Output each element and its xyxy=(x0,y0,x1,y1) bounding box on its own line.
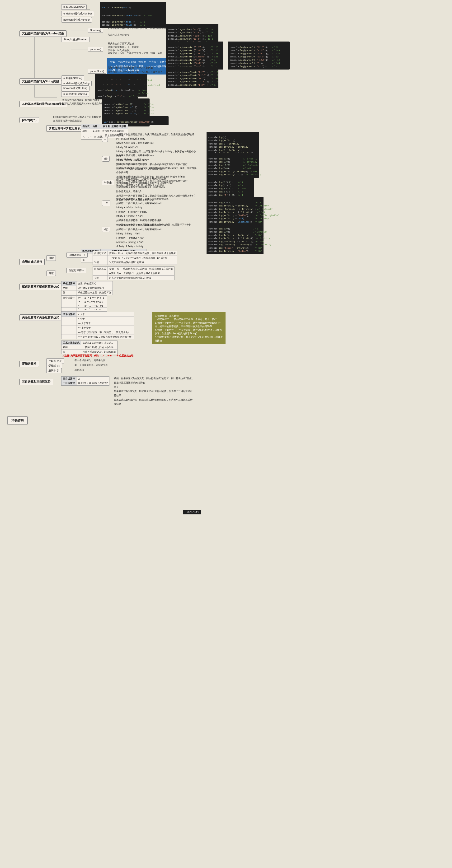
ternary-desc: 功能：如果表达式1的值为真，则执行表达式2的运算，则计算表达式2的值，直接计算三… xyxy=(114,376,195,406)
sub-op: -减 xyxy=(102,227,110,232)
div-op: /除 xyxy=(102,156,110,162)
logical-or-desc: 有一个操作值为真，则结果为真 xyxy=(73,363,109,367)
boolean-to-number: boolean转化成Number xyxy=(61,17,92,23)
relational-expr-table: 关系运算表达式 表达式1 关系运算符 表达式1 功能 比较两个数据之间的大小关系… xyxy=(61,341,118,354)
autodecrement-table: 自减运算式 变量--; 后--，先取得当前表达式的值，然后表示量-1之后的值 -… xyxy=(93,267,175,280)
parsefloat-fn: parseFloat() xyxy=(88,69,106,73)
boolean-convert-main: 其他基本类型转换为Boolean类型 xyxy=(20,101,67,107)
prompt-main: prompt("") xyxy=(20,117,39,123)
relational-ops-table: 关系运算符 > 大于 < 小于 >= 大于等于 <= 小于等于 == 等于 (只… xyxy=(61,312,134,339)
assignment-table: 赋值运算符 变量: 赋值运算式 功能 进行对应变量的赋值操作 值 赋值运算结束之… xyxy=(61,281,113,295)
parseint-fn: parseInt() xyxy=(88,47,103,52)
bool-desc2: 以下边六种情况转为boolean结果为false xyxy=(61,101,105,106)
assignment-main: 赋值运算符和赋值运算表达式 xyxy=(20,284,62,290)
relational-note: a. 都是数值，正常比较b. 都是字符串，比较的是字符串中每一个字母，然后比较行… xyxy=(152,312,225,344)
add-desc-block: 如果运算操作数都是数值，则执行常规的加法运算 如果有一个操作数是NaN，则结果返… xyxy=(116,197,197,227)
neg-infinity-label: -Infinity xyxy=(183,510,201,515)
ternary-table: 三目运算符 ?: 三目运算式 表达式1 ? 表达式2 : 表达式2 xyxy=(61,376,110,385)
parseint-desc3: 转换规则：从第一个非空白字符（空格、制表、tab）开始转换，直到遇到一个非数字字… xyxy=(107,51,159,55)
number-to-string: number转化成String xyxy=(61,91,89,97)
autoincrement-table: 自增运算式 变量++; 后++，先取得当前表达式的值，然后表示量+1之后的值 +… xyxy=(93,251,177,265)
null-to-string: null转化成String xyxy=(61,75,84,81)
logical-main: 逻辑运算符 xyxy=(20,361,39,367)
logical-and-desc: 有一个操作值为，则结果为假 xyxy=(73,358,107,363)
boolean-to-string: boolean转化成String xyxy=(61,86,90,91)
relational-main: 关系运算符和关系运算表达式 xyxy=(20,314,62,321)
parsefloat-desc1: 传递特殊类型（一般是整字符串）转换失败 xyxy=(107,65,154,70)
relational-warning: ⚠注意: 关系运算符不能连写，例如：1 < 1 mm ==> 9 位置变成连结 xyxy=(61,353,134,358)
autodec-main: 自增自减运算符 xyxy=(20,259,44,265)
root-node: JS操作符 xyxy=(7,416,28,425)
autodecrement-op: 自减运算符 -- xyxy=(66,268,86,273)
plus-op: + xyxy=(102,137,108,142)
number-fn-desc1: 如果字符串中存在除了数字和（+数以）以外的其他字符，转换失败，值为NaN xyxy=(107,26,154,30)
string-convert-main: 其他基本类型转为String类型 xyxy=(20,78,61,85)
mod-op: %取余 xyxy=(102,180,114,185)
sub-desc-block: 如果运算操作数都是数值，则执行常规的减法运算 如果有一个操作数是NaN，则结果返… xyxy=(116,223,197,249)
number-convert-main: 其他基本类型转换为Number类型 xyxy=(20,30,67,37)
prompt-desc2: 如果需要将其转化成数值型 xyxy=(52,119,83,123)
null-to-number: null转化成Number xyxy=(61,4,87,10)
mind-map: JS操作符 其他基本类型转换为Number类型 null转化成Number va… xyxy=(0,0,452,868)
number-fn: Number() xyxy=(88,28,103,33)
undefined-to-number: undefined转化成Number xyxy=(61,11,94,17)
autoincrement-node: 自增 xyxy=(46,255,56,261)
string-to-number: String转化成Number xyxy=(61,37,90,42)
autoincrement-op: 自增运算符 ++ xyxy=(66,252,88,258)
arithmetic-ops: +、-、*、%(算数) xyxy=(81,134,106,140)
autodecrement-node: 自减 xyxy=(46,271,56,276)
number-fn-desc2: 加端可以表示正负号 xyxy=(107,33,150,37)
logical-not-desc: 取得原值 xyxy=(73,368,85,372)
logical-not: 逻辑非 (!) xyxy=(46,368,61,373)
parsefloat-desc2: 当遇到第一个小数点有效，第二个小数点及其之后了 xyxy=(107,70,154,74)
add-op: +加 xyxy=(102,200,111,206)
ternary-main: 三目运算和三目运算符 xyxy=(20,379,53,385)
